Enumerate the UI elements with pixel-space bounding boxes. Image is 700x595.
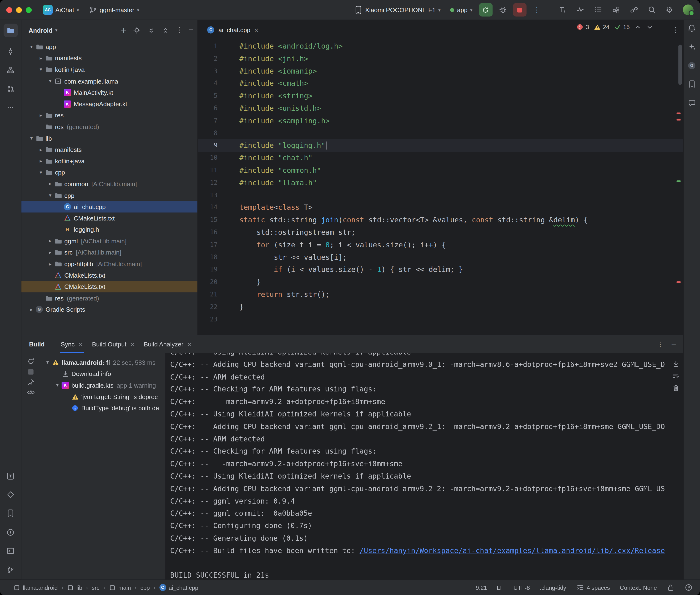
indent-widget[interactable]: 4 spaces [576, 584, 610, 591]
close-icon[interactable]: × [254, 27, 259, 33]
text-tool-icon[interactable] [559, 6, 567, 13]
code-line[interactable]: 6#include <unistd.h> [198, 102, 683, 115]
build-output-path-link[interactable]: /Users/hanyin/Workspace/ai-chat/examples… [359, 546, 665, 555]
chevron-down-icon[interactable]: ▾ [47, 78, 54, 84]
device-mirror-icon[interactable] [3, 472, 18, 480]
scroll-to-end-icon[interactable] [672, 360, 680, 367]
project-widget[interactable]: AC AiChat ▾ [40, 3, 82, 17]
gradle-tool-icon[interactable]: G [684, 61, 699, 70]
code-line[interactable]: 17 for (size_t i = 0; i < values.size();… [198, 239, 683, 251]
chevron-right-icon[interactable]: ▸ [47, 261, 54, 267]
close-icon[interactable]: × [78, 341, 83, 348]
code-line[interactable]: 15static std::string join(const std::vec… [198, 214, 683, 226]
zoom-window-button[interactable] [26, 7, 32, 12]
chevron-down-icon[interactable]: ▾ [47, 192, 54, 198]
tree-item[interactable]: ▸res [22, 110, 197, 121]
close-icon[interactable]: × [187, 341, 192, 348]
code-line[interactable]: 21 return str.str(); [198, 288, 683, 301]
more-options-icon[interactable]: ⋮ [176, 27, 183, 34]
tree-item[interactable]: ▾com.example.llama [22, 75, 197, 87]
code-line[interactable]: 10#include "chat.h" [198, 152, 683, 164]
code-line[interactable]: 16 std::ostringstream str; [198, 226, 683, 239]
breadcrumb-item[interactable]: llama.android [13, 584, 58, 591]
tree-item[interactable]: Download info [40, 368, 165, 379]
chevron-right-icon[interactable]: ▸ [47, 250, 54, 255]
device-manager-icon[interactable] [3, 509, 18, 518]
filter-view-icon[interactable] [27, 389, 35, 395]
chevron-down-icon[interactable]: ▾ [44, 360, 52, 365]
tree-item[interactable]: ▾llama.android: fi22 sec, 583 ms [40, 357, 165, 368]
code-line[interactable]: 23 [198, 313, 683, 325]
tree-item[interactable]: ▸cpp-httplib[AiChat.lib.main] [22, 258, 197, 270]
tree-item[interactable]: 'jvmTarget: String' is deprec [40, 391, 165, 402]
soft-wrap-icon[interactable] [672, 373, 680, 379]
task-list-icon[interactable] [594, 6, 603, 13]
expand-all-icon[interactable] [147, 27, 156, 34]
caret-position[interactable]: 9:21 [476, 584, 487, 591]
code-line[interactable]: 19 if (i < values.size() - 1) { str << d… [198, 263, 683, 276]
more-run-actions-button[interactable]: ⋮ [530, 3, 543, 17]
code-line[interactable]: 11#include "common.h" [198, 164, 683, 177]
code-line[interactable]: 13 [198, 189, 683, 201]
chevron-right-icon[interactable]: ▸ [37, 147, 45, 152]
ai-assistant-icon[interactable] [684, 42, 699, 51]
chevron-right-icon[interactable]: ▸ [37, 55, 45, 61]
vcs-branch-widget[interactable]: ggml-master ▾ [86, 4, 142, 16]
tree-item[interactable]: res(generated) [22, 121, 197, 132]
rerun-build-icon[interactable] [27, 358, 35, 365]
debug-app-button[interactable] [496, 3, 509, 17]
code-line[interactable]: 4#include <cmath> [198, 77, 683, 90]
project-tool-icon[interactable] [3, 24, 18, 37]
code-line[interactable]: 20 } [198, 276, 683, 288]
build-tab-build-output[interactable]: Build Output× [88, 335, 139, 353]
search-icon[interactable] [648, 6, 656, 14]
user-avatar[interactable] [683, 4, 694, 15]
hide-build-panel-icon[interactable]: ─ [672, 341, 676, 348]
notifications-bell-icon[interactable] [684, 24, 699, 33]
commit-tool-icon[interactable] [3, 47, 18, 56]
error-stripe-mark[interactable] [677, 281, 681, 283]
code-line[interactable]: 7#include <sampling.h> [198, 115, 683, 127]
code-line[interactable]: 1#include <android/log.h> [198, 40, 683, 53]
tree-item[interactable]: ▸ggml[AiChat.lib.main] [22, 235, 197, 247]
run-configuration-selector[interactable]: app ▾ [447, 4, 476, 15]
breadcrumb-item[interactable]: lib [67, 584, 82, 591]
structure-tool-icon[interactable] [3, 66, 18, 75]
next-issue-icon[interactable] [646, 25, 654, 29]
add-icon[interactable]: + [120, 26, 127, 34]
tree-item[interactable]: ▾Kbuild.gradle.ktsapp 1 warning [40, 379, 165, 391]
lock-icon[interactable] [667, 584, 675, 591]
chevron-right-icon[interactable]: ▸ [47, 238, 54, 244]
breadcrumb-item[interactable]: main [109, 584, 131, 591]
share-link-icon[interactable] [630, 6, 638, 13]
collapse-all-icon[interactable] [162, 27, 170, 34]
code-line[interactable]: 14template<class T> [198, 201, 683, 214]
breadcrumb-item[interactable]: Cai_chat.cpp [159, 584, 198, 591]
build-variants-icon[interactable] [3, 490, 18, 499]
tree-item[interactable]: ▸common[AiChat.lib.main] [22, 178, 197, 190]
change-stripe-mark[interactable] [677, 180, 681, 182]
code-line[interactable]: 3#include <iomanip> [198, 65, 683, 77]
tree-item[interactable]: CMakeLists.txt [22, 270, 197, 281]
tree-item[interactable]: BuildType 'debug' is both de [40, 402, 165, 414]
previous-issue-icon[interactable] [634, 25, 642, 29]
editor-scrollbar[interactable] [678, 45, 682, 85]
tree-item[interactable]: ▸manifests [22, 52, 197, 64]
close-window-button[interactable] [6, 7, 12, 12]
tree-item[interactable]: ▾kotlin+java [22, 64, 197, 75]
chevron-right-icon[interactable]: ▸ [28, 307, 35, 312]
pull-requests-tool-icon[interactable] [3, 84, 18, 93]
code-line[interactable]: 2#include <jni.h> [198, 53, 683, 65]
build-tab-sync[interactable]: Sync× [56, 335, 87, 353]
tree-item[interactable]: CMakeLists.txt [22, 281, 197, 292]
chevron-down-icon[interactable]: ▾ [28, 44, 35, 50]
line-separator[interactable]: LF [497, 584, 504, 591]
device-explorer-icon[interactable] [684, 80, 699, 89]
tree-item[interactable]: ▾app [22, 41, 197, 53]
tree-item[interactable]: KMessageAdapter.kt [22, 98, 197, 110]
version-control-tool-icon[interactable] [3, 565, 18, 574]
chevron-down-icon[interactable]: ▾ [54, 382, 61, 388]
build-options-icon[interactable]: ⋮ [657, 341, 664, 348]
tree-item[interactable]: KMainActivity.kt [22, 87, 197, 98]
device-selector[interactable]: Xiaomi POCOPHONE F1 ▾ [351, 4, 444, 16]
